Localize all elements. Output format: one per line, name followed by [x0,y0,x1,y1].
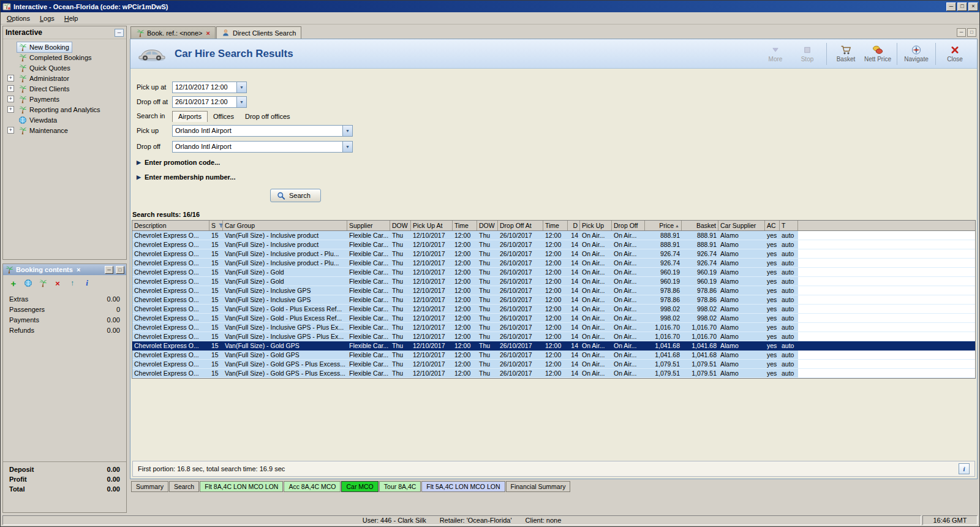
move-up-button[interactable]: ↑ [68,279,77,287]
table-row[interactable]: Chevrolet Express O...15Van(Full Size) -… [132,240,975,249]
column-header-s[interactable]: S [209,221,223,230]
delete-item-button[interactable]: × [53,279,62,287]
column-header-time[interactable]: Time [453,221,477,230]
minimize-button[interactable]: ─ [946,2,956,11]
table-row[interactable]: Chevrolet Express O...15Van(Full Size) -… [132,332,975,341]
dropdown-arrow-icon[interactable]: ▼ [342,142,352,152]
sidebar-item-completed-bookings[interactable]: Completed Bookings [4,52,125,63]
tab-book-ref-none[interactable]: Book. ref.: <none>× [130,26,216,39]
close-button[interactable]: × [968,2,978,11]
bottom-tab-acc-8a-4c-mco[interactable]: Acc 8A,4C MCO [284,481,341,492]
column-header-pick-up[interactable]: Pick Up [580,221,612,230]
basket-button[interactable]: Basket [830,44,862,64]
info-button[interactable]: i [959,463,970,474]
bottom-tab-financial-summary[interactable]: Financial Summary [506,481,571,492]
sidebar-item-payments[interactable]: +Payments [4,94,125,104]
minimize-panel-button[interactable]: ─ [105,266,113,274]
column-header-drop-off[interactable]: Drop Off [612,221,645,230]
close-panel-icon[interactable]: × [75,266,81,273]
table-row[interactable]: Chevrolet Express O...15Van(Full Size) -… [132,360,975,369]
search-in-tab-offices[interactable]: Offices [208,112,239,122]
membership-number-expander[interactable]: ▶ Enter membership number... [137,170,977,184]
dropoff-location-select[interactable]: Orlando Intl Airport ▼ [172,141,353,153]
column-header-dow[interactable]: DOW [390,221,411,230]
table-row[interactable]: Chevrolet Express O...15Van(Full Size) -… [132,295,975,305]
table-row[interactable]: Chevrolet Express O...15Van(Full Size) -… [132,259,975,268]
table-row[interactable]: Chevrolet Express O...15Van(Full Size) -… [132,323,975,332]
expand-plus-icon[interactable]: + [7,106,14,113]
bottom-tab-flt-8a-4c-lon-mco-lon[interactable]: Flt 8A,4C LON MCO LON [200,481,283,492]
table-row[interactable]: Chevrolet Express O...15Van(Full Size) -… [132,314,975,323]
close-tab-icon[interactable]: × [205,29,210,37]
bottom-tab-flt-5a-4c-lon-mco-lon[interactable]: Flt 5A,4C LON MCO LON [421,481,505,492]
column-header-description[interactable]: Description [132,221,209,230]
navigate-button[interactable]: Navigate [900,44,932,64]
restore-panel-button[interactable]: □ [116,266,124,274]
column-header-drop-off-at[interactable]: Drop Off At [498,221,543,230]
bottom-tab-search[interactable]: Search [169,481,199,492]
tab-direct-clients-search[interactable]: Direct Clients Search [216,26,301,39]
sidebar-item-quick-quotes[interactable]: Quick Quotes [4,63,125,73]
bottom-tab-summary[interactable]: Summary [131,481,168,492]
sidebar-item-administrator[interactable]: +Administrator [4,73,125,83]
table-cell: 14 [568,351,580,359]
nett-price-button[interactable]: Nett Price [862,44,894,64]
expand-plus-icon[interactable]: + [7,127,14,134]
column-header-basket[interactable]: Basket [682,221,718,230]
pickup-location-select[interactable]: Orlando Intl Airport ▼ [172,125,353,137]
close-button[interactable]: Close [939,44,971,64]
item-info-button[interactable]: i [83,279,91,287]
view-item-button[interactable] [24,279,32,287]
expand-plus-icon[interactable]: + [7,85,14,92]
sidebar-item-maintenance[interactable]: +Maintenance [4,125,125,135]
column-header-price[interactable]: Price▲ [645,221,682,230]
column-header-time[interactable]: Time [543,221,568,230]
table-row[interactable]: Chevrolet Express O...15Van(Full Size) -… [132,369,975,378]
search-in-tab-airports[interactable]: Airports [172,111,208,122]
menu-logs[interactable]: Logs [35,13,59,23]
table-row[interactable]: Chevrolet Express O...15Van(Full Size) -… [132,286,975,295]
column-header-pick-up-at[interactable]: Pick Up At [411,221,453,230]
search-in-tab-drop-off-offices[interactable]: Drop off offices [239,112,296,122]
table-cell-filler [798,305,975,313]
pickup-at-select[interactable]: 12/10/2017 12:00 ▼ [172,82,247,93]
bottom-tab-car-mco[interactable]: Car MCO [341,481,378,492]
sidebar-item-viewdata[interactable]: Viewdata [4,115,125,125]
dropdown-arrow-icon[interactable]: ▼ [236,82,246,93]
table-row[interactable]: Chevrolet Express O...15Van(Full Size) -… [132,277,975,286]
column-header-car-supplier[interactable]: Car Supplier [718,221,765,230]
expand-plus-icon[interactable]: + [7,96,14,102]
table-row[interactable]: Chevrolet Express O...15Van(Full Size) -… [132,341,975,351]
table-cell: 12/10/2017 [411,277,453,286]
table-row[interactable]: Chevrolet Express O...15Van(Full Size) -… [132,305,975,314]
table-row[interactable]: Chevrolet Express O...15Van(Full Size) -… [132,351,975,360]
transfer-item-button[interactable] [39,279,47,287]
sidebar-item-direct-clients[interactable]: +Direct Clients [4,83,125,94]
search-button[interactable]: Search [270,189,321,202]
column-header-supplier[interactable]: Supplier [347,221,390,230]
table-row[interactable]: Chevrolet Express O...15Van(Full Size) -… [132,231,975,240]
bottom-tab-tour-8a-4c[interactable]: Tour 8A,4C [379,481,421,492]
menu-options[interactable]: Options [2,13,35,23]
dropdown-arrow-icon[interactable]: ▼ [342,126,352,136]
restore-workspace-button[interactable]: □ [967,28,976,37]
sidebar-item-reporting-and-analytics[interactable]: +Reporting and Analytics [4,104,125,115]
sidebar-item-new-booking[interactable]: New Booking [4,42,125,52]
column-header-t[interactable]: T [780,221,798,230]
column-header-d[interactable]: D [568,221,580,230]
promo-code-expander[interactable]: ▶ Enter promotion code... [137,156,977,169]
add-item-button[interactable]: + [9,279,18,287]
table-cell: Van(Full Size) - Inclusive product [223,240,347,249]
dropoff-at-select[interactable]: 26/10/2017 12:00 ▼ [172,96,247,108]
column-header-ac[interactable]: AC [765,221,780,230]
dropdown-arrow-icon[interactable]: ▼ [236,97,246,107]
collapse-panel-button[interactable]: ─ [115,29,124,37]
expand-plus-icon[interactable]: + [7,75,14,82]
table-row[interactable]: Chevrolet Express O...15Van(Full Size) -… [132,268,975,277]
column-header-car-group[interactable]: Car Group [223,221,347,230]
column-header-dow[interactable]: DOW [477,221,498,230]
table-row[interactable]: Chevrolet Express O...15Van(Full Size) -… [132,249,975,259]
maximize-button[interactable]: □ [957,2,967,11]
minimize-workspace-button[interactable]: ─ [957,28,966,37]
menu-help[interactable]: Help [59,13,83,23]
